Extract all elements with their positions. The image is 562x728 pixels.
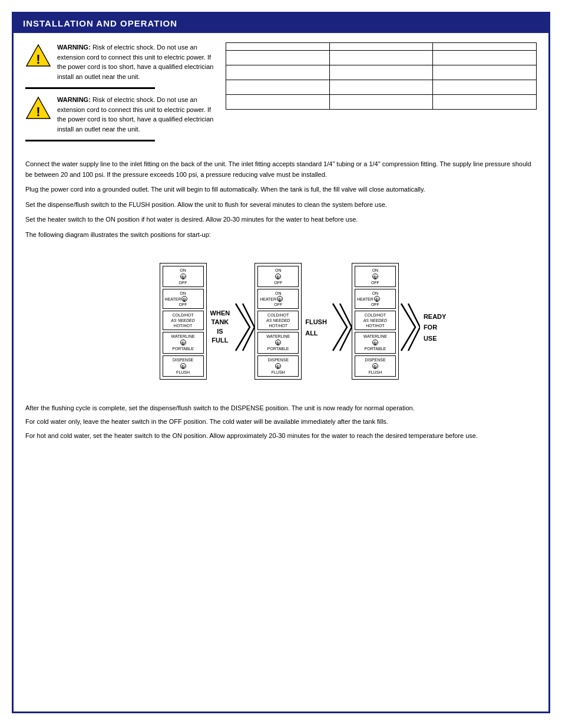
waterline-button-1: WATERLINE ⏻ PORTABLE	[163, 332, 204, 353]
main-container: INSTALLATION AND OPERATION ! WARNING: Ri…	[12, 12, 550, 713]
warning-left: ! WARNING: Risk of electric shock. Do no…	[25, 42, 214, 147]
heater-off-label-3: OFF	[357, 302, 394, 307]
cold-hot-label-2: COLD/HOT	[260, 312, 296, 318]
cell-1-1	[226, 51, 330, 65]
header-title: INSTALLATION AND OPERATION	[23, 18, 177, 28]
table-header-row	[226, 43, 537, 51]
dispense-label-3: DISPENSE	[357, 357, 394, 363]
bottom-paragraph-2: For cold water only, leave the heater sw…	[25, 417, 537, 427]
portable-label-2: PORTABLE	[260, 346, 296, 351]
hot-hot-label-3: HOT/HOT	[357, 323, 394, 328]
cell-4-1	[226, 95, 330, 110]
warning-text-2: WARNING: Risk of electric shock. Do not …	[57, 95, 214, 134]
table-row	[226, 80, 537, 95]
svg-text:!: !	[36, 52, 40, 67]
temp-button-2: COLD/HOT AS NEEDED HOT/HOT	[257, 311, 299, 330]
data-table	[226, 42, 537, 110]
temp-button-3: COLD/HOT AS NEEDED HOT/HOT	[355, 311, 396, 330]
power-button-2: ON ⏻ OFF	[257, 266, 299, 287]
warning-block-1: ! WARNING: Risk of electric shock. Do no…	[25, 42, 214, 81]
cell-2-1	[226, 65, 330, 80]
table-row	[226, 51, 537, 65]
dispense-button-2: DISPENSE ⏻ FLUSH	[257, 355, 299, 377]
cell-1-2	[329, 51, 433, 65]
page: INSTALLATION AND OPERATION ! WARNING: Ri…	[0, 0, 562, 728]
cell-1-3	[433, 51, 537, 65]
heater-off-label-2: OFF	[260, 302, 296, 307]
heater-label-2: HEATER⏻	[260, 296, 296, 302]
temp-button-1: COLD/HOT AS NEEDED HOT/HOT	[163, 311, 204, 330]
divider-1	[25, 87, 155, 89]
flush-label-2: FLUSH	[260, 370, 296, 375]
control-panel-2: ON ⏻ OFF ON HEATER⏻ OFF COLD/HOT AS NEED…	[254, 263, 302, 380]
warning-text-1: WARNING: Risk of electric shock. Do not …	[57, 42, 214, 81]
portable-label-3: PORTABLE	[357, 346, 394, 351]
power-button-3: ON ⏻ OFF	[355, 266, 396, 287]
arrow-label-group-3: READYFORUSE	[399, 301, 450, 354]
body-paragraph-2: Plug the power cord into a grounded outl…	[25, 185, 537, 195]
col-header-1	[226, 43, 330, 51]
diagram-section: ON ⏻ OFF ON HEATER⏻ OFF COLD/HOT	[72, 263, 537, 380]
arrow-3	[399, 301, 420, 354]
control-panel-3: ON ⏻ OFF ON HEATER⏻ OFF COLD/HOT AS NEED…	[352, 263, 399, 380]
table-section	[226, 42, 537, 147]
heater-label: HEATER⏻	[165, 296, 201, 302]
cell-3-3	[433, 80, 537, 95]
btn-on-label-3: ON	[357, 268, 394, 273]
panel-group-1: ON ⏻ OFF ON HEATER⏻ OFF COLD/HOT	[160, 263, 207, 380]
heater-off-label: OFF	[165, 302, 201, 307]
cell-4-2	[329, 95, 433, 110]
col-header-3	[433, 43, 537, 51]
dispense-label-1: DISPENSE	[165, 357, 201, 363]
dispense-button-3: DISPENSE ⏻ FLUSH	[355, 355, 396, 377]
heater-icon-1: ⏻	[181, 296, 187, 302]
power-icon-1: ⏻	[180, 274, 186, 279]
section-header: INSTALLATION AND OPERATION	[14, 14, 548, 33]
power-icon-2: ⏻	[275, 274, 281, 279]
hot-hot-label-2: HOT/HOT	[260, 323, 296, 328]
as-needed-label-3: AS NEEDED	[357, 318, 394, 323]
power-icon-3: ⏻	[372, 274, 378, 279]
dispense-button-1: DISPENSE ⏻ FLUSH	[163, 355, 204, 377]
bottom-paragraph-1: After the flushing cycle is complete, se…	[25, 403, 537, 414]
cell-2-3	[433, 65, 537, 80]
dispense-icon-2: ⏻	[275, 363, 281, 369]
bottom-section: After the flushing cycle is complete, se…	[25, 403, 537, 445]
cold-hot-label: COLD/HOT	[165, 312, 201, 318]
flush-all-label: FLUSHALL	[305, 316, 327, 338]
bottom-paragraph-3: For hot and cold water, set the heater s…	[25, 431, 537, 442]
waterline-button-3: WATERLINE ⏻ PORTABLE	[355, 332, 396, 353]
control-panel-1: ON ⏻ OFF ON HEATER⏻ OFF COLD/HOT	[160, 263, 207, 380]
flush-all-text: FLUSHALL	[305, 318, 327, 336]
ready-for-use-label: READYFORUSE	[424, 311, 447, 343]
power-button-1: ON ⏻ OFF	[163, 266, 204, 287]
as-needed-label-2: AS NEEDED	[260, 318, 296, 323]
heater-icon-3: ⏻	[374, 296, 380, 302]
col-header-2	[329, 43, 433, 51]
heater-icon-2: ⏻	[277, 296, 283, 302]
cell-3-2	[329, 80, 433, 95]
btn-off-label: OFF	[165, 280, 201, 285]
dispense-icon-3: ⏻	[372, 363, 378, 369]
body-paragraph-5: The following diagram illustrates the sw…	[25, 230, 537, 241]
warning-icon-2: !	[25, 95, 51, 121]
warning-icon-1: !	[25, 42, 51, 68]
cell-4-3	[433, 95, 537, 110]
body-paragraph-4: Set the heater switch to the ON position…	[25, 215, 537, 225]
heater-on-label-2: ON	[260, 291, 296, 296]
cold-hot-label-3: COLD/HOT	[357, 312, 394, 318]
body-paragraph-1: Connect the water supply line to the inl…	[25, 159, 537, 180]
cell-3-1	[226, 80, 330, 95]
body-paragraph-3: Set the dispense/flush switch to the FLU…	[25, 200, 537, 210]
ready-for-use-text: READYFORUSE	[424, 313, 447, 342]
arrow-2	[330, 301, 352, 354]
waterline-label-3: WATERLINE	[357, 334, 394, 339]
portable-label-1: PORTABLE	[165, 346, 201, 351]
dispense-icon-1: ⏻	[180, 363, 186, 369]
flush-label-3: FLUSH	[357, 370, 394, 375]
arrow-label-group-2: FLUSHALL	[302, 301, 352, 354]
divider-2	[25, 140, 155, 141]
panel-group-2: ON ⏻ OFF ON HEATER⏻ OFF COLD/HOT AS NEED…	[254, 263, 302, 380]
flush-label-1: FLUSH	[165, 370, 201, 375]
content-area: ! WARNING: Risk of electric shock. Do no…	[14, 33, 548, 454]
